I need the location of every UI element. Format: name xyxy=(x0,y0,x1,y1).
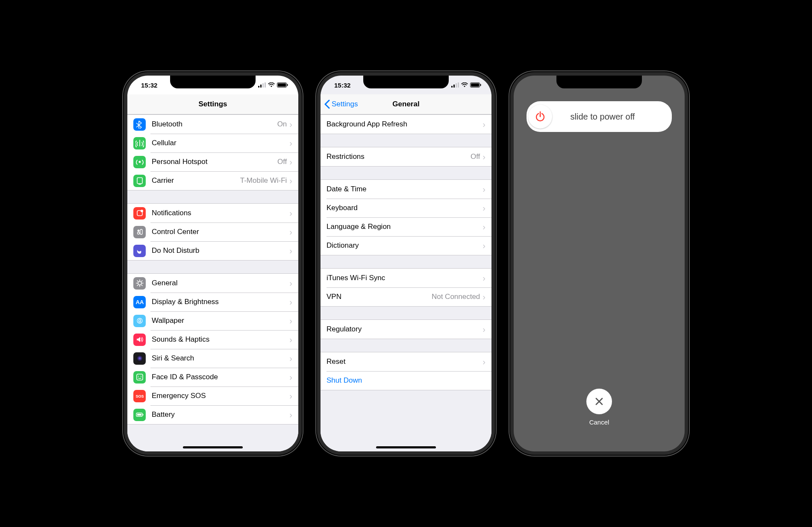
row-value: Not Connected xyxy=(432,293,480,301)
slide-label: slide to power off xyxy=(552,112,670,122)
row-reset[interactable]: Reset› xyxy=(321,352,491,371)
row-do-not-disturb[interactable]: Do Not Disturb› xyxy=(127,241,298,260)
chevron-right-icon: › xyxy=(289,246,292,255)
row-label: Carrier xyxy=(152,176,240,185)
chevron-right-icon: › xyxy=(482,223,485,231)
wallpaper-icon xyxy=(133,315,146,327)
row-keyboard[interactable]: Keyboard› xyxy=(321,199,491,217)
faceid-icon xyxy=(133,371,146,384)
home-indicator[interactable] xyxy=(183,446,243,448)
row-general[interactable]: General› xyxy=(127,274,298,293)
signal-icon xyxy=(258,82,266,88)
row-display-brightness[interactable]: AADisplay & Brightness› xyxy=(127,293,298,311)
row-bluetooth[interactable]: BluetoothOn› xyxy=(127,115,298,134)
hotspot-icon xyxy=(133,156,146,168)
settings-list[interactable]: BluetoothOn›Cellular›Personal HotspotOff… xyxy=(127,114,298,451)
cancel-label: Cancel xyxy=(586,419,612,426)
svg-point-15 xyxy=(137,318,142,323)
settings-group: BluetoothOn›Cellular›Personal HotspotOff… xyxy=(127,114,298,190)
signal-icon xyxy=(451,82,459,88)
settings-group: Date & Time›Keyboard›Language & Region›D… xyxy=(321,179,491,255)
row-value: T-Mobile Wi-Fi xyxy=(240,176,287,185)
row-restrictions[interactable]: RestrictionsOff› xyxy=(321,147,491,166)
notch xyxy=(170,76,256,88)
nav-bar: Settings General xyxy=(321,94,491,114)
row-dictionary[interactable]: Dictionary› xyxy=(321,236,491,255)
row-siri-search[interactable]: Siri & Search› xyxy=(127,349,298,368)
row-label: Do Not Disturb xyxy=(152,246,289,255)
svg-text:SOS: SOS xyxy=(135,394,144,398)
row-cellular[interactable]: Cellular› xyxy=(127,134,298,152)
svg-rect-30 xyxy=(471,83,479,87)
svg-rect-3 xyxy=(265,82,266,88)
svg-rect-18 xyxy=(137,374,143,380)
sos-icon: SOS xyxy=(133,390,146,402)
wifi-icon xyxy=(461,82,468,88)
svg-rect-0 xyxy=(258,86,259,88)
row-value: Off xyxy=(277,158,287,166)
svg-rect-1 xyxy=(260,85,262,88)
row-label: Siri & Search xyxy=(152,354,289,363)
battery-icon xyxy=(470,82,481,88)
row-label: Background App Refresh xyxy=(327,120,482,129)
row-wallpaper[interactable]: Wallpaper› xyxy=(127,311,298,330)
cellular-icon xyxy=(133,137,146,149)
chevron-right-icon: › xyxy=(289,176,292,185)
settings-group: Regulatory› xyxy=(321,319,491,339)
row-sounds-haptics[interactable]: Sounds & Haptics› xyxy=(127,330,298,349)
row-language-region[interactable]: Language & Region› xyxy=(321,217,491,236)
home-indicator[interactable] xyxy=(376,446,436,448)
chevron-right-icon: › xyxy=(289,139,292,147)
power-icon xyxy=(534,111,546,123)
chevron-right-icon: › xyxy=(289,120,292,129)
general-list[interactable]: Background App Refresh›RestrictionsOff›D… xyxy=(321,114,491,451)
row-carrier[interactable]: CarrierT-Mobile Wi-Fi› xyxy=(127,171,298,190)
svg-rect-12 xyxy=(140,229,142,234)
row-label: Display & Brightness xyxy=(152,298,289,306)
power-knob[interactable] xyxy=(528,105,552,129)
svg-rect-5 xyxy=(278,83,286,87)
chevron-right-icon: › xyxy=(289,209,292,217)
row-itunes-wi-fi-sync[interactable]: iTunes Wi-Fi Sync› xyxy=(321,269,491,287)
row-label: Sounds & Haptics xyxy=(152,335,289,344)
chevron-left-icon xyxy=(324,100,330,109)
row-label: General xyxy=(152,279,289,287)
settings-group: General›AADisplay & Brightness›Wallpaper… xyxy=(127,273,298,425)
row-regulatory[interactable]: Regulatory› xyxy=(321,320,491,339)
cancel-button[interactable] xyxy=(586,389,612,414)
row-face-id-passcode[interactable]: Face ID & Passcode› xyxy=(127,368,298,386)
row-background-app-refresh[interactable]: Background App Refresh› xyxy=(321,115,491,134)
row-personal-hotspot[interactable]: Personal HotspotOff› xyxy=(127,152,298,171)
bluetooth-icon xyxy=(133,118,146,131)
settings-group: Background App Refresh› xyxy=(321,114,491,134)
back-label: Settings xyxy=(332,100,358,108)
chevron-right-icon: › xyxy=(289,354,292,363)
battery-icon xyxy=(277,82,288,88)
chevron-right-icon: › xyxy=(289,279,292,287)
chevron-right-icon: › xyxy=(289,335,292,344)
row-value: Off xyxy=(471,152,480,161)
row-notifications[interactable]: Notifications› xyxy=(127,204,298,223)
back-button[interactable]: Settings xyxy=(321,100,358,109)
chevron-right-icon: › xyxy=(482,293,485,301)
carrier-icon xyxy=(133,175,146,187)
notch xyxy=(556,76,642,88)
row-control-center[interactable]: Control Center› xyxy=(127,223,298,241)
svg-point-17 xyxy=(136,355,143,362)
chevron-right-icon: › xyxy=(289,410,292,419)
row-battery[interactable]: Battery› xyxy=(127,405,298,424)
row-vpn[interactable]: VPNNot Connected› xyxy=(321,287,491,306)
row-shut-down[interactable]: Shut Down xyxy=(321,371,491,390)
power-off-slider[interactable]: slide to power off xyxy=(527,101,672,132)
general-icon xyxy=(133,277,146,290)
row-label: Control Center xyxy=(152,228,289,236)
row-date-time[interactable]: Date & Time› xyxy=(321,180,491,199)
row-label: Date & Time xyxy=(327,185,482,193)
chevron-right-icon: › xyxy=(482,357,485,366)
row-label: Reset xyxy=(327,357,482,366)
settings-group: Reset›Shut Down xyxy=(321,352,491,390)
row-label: Keyboard xyxy=(327,204,482,212)
phone-frame-2: 15:32 Settings General Background App Re… xyxy=(316,71,496,456)
status-time: 15:32 xyxy=(334,82,350,89)
row-emergency-sos[interactable]: SOSEmergency SOS› xyxy=(127,386,298,405)
